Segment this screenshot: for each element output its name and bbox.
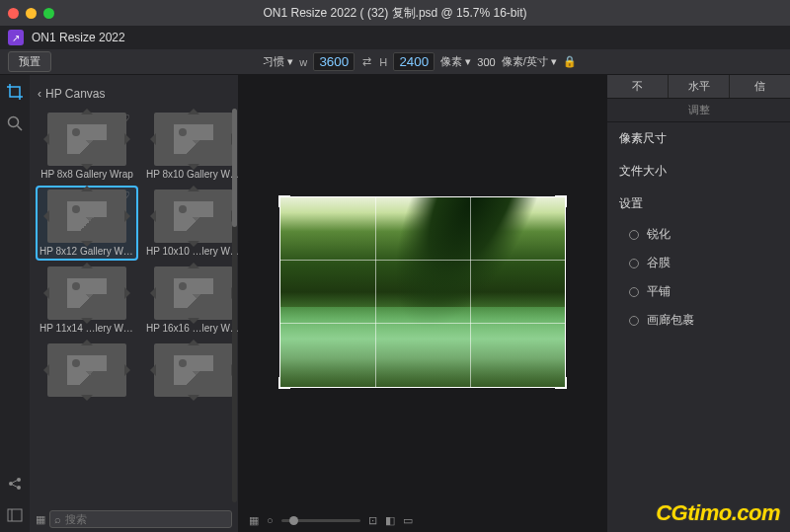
app-icon: ↗ xyxy=(8,30,24,45)
unit-dropdown[interactable]: 像素 ▾ xyxy=(440,54,471,69)
settings-section[interactable]: 设置 xyxy=(607,188,790,220)
svg-line-5 xyxy=(13,481,18,484)
preview-icon[interactable]: ▭ xyxy=(403,514,413,527)
toolbar: 预置 习惯 ▾ w ⇄ H 像素 ▾ 300 像素/英寸 ▾ 🔒 xyxy=(0,49,790,75)
canvas-footer: ▦ ○ ⊡ ◧ ▭ xyxy=(239,508,606,532)
presets-button[interactable]: 预置 xyxy=(8,51,51,72)
preset-item[interactable]: ♡ HP 8x8 Gallery Wrap xyxy=(36,109,138,184)
breadcrumb-label: HP Canvas xyxy=(45,87,105,101)
grid-icon[interactable]: ▦ xyxy=(36,513,45,526)
zoom-tool-icon[interactable] xyxy=(6,114,24,132)
preset-breadcrumb[interactable]: ‹ HP Canvas xyxy=(30,83,238,105)
fit-icon[interactable]: ⊡ xyxy=(368,514,377,527)
canvas-viewport[interactable] xyxy=(239,75,606,508)
lock-icon[interactable]: 🔒 xyxy=(563,55,577,68)
traffic-lights xyxy=(8,8,54,19)
preset-item[interactable]: HP 11x14 …lery Wrap xyxy=(36,263,138,338)
flip-vertical-tab[interactable]: 信 xyxy=(730,75,790,98)
height-label: H xyxy=(379,56,387,68)
preset-item[interactable]: HP 8x10 Gallery Wrap xyxy=(142,109,238,184)
compare-icon[interactable]: ◧ xyxy=(385,514,395,527)
width-label: w xyxy=(299,56,307,68)
app-name: ON1 Resize 2022 xyxy=(32,31,125,44)
svg-line-1 xyxy=(18,126,23,131)
preset-item[interactable]: HP 10x10 …lery Wrap xyxy=(142,186,238,261)
preview-image xyxy=(280,197,565,387)
zoom-slider[interactable] xyxy=(281,519,360,522)
panel-icon[interactable] xyxy=(6,506,24,524)
close-window-button[interactable] xyxy=(8,8,19,19)
flip-tabs: 不 水平 信 xyxy=(607,75,790,99)
back-icon[interactable]: ‹ xyxy=(38,87,41,101)
tile-option[interactable]: 平铺 xyxy=(607,277,790,306)
swap-dimensions-icon[interactable]: ⇄ xyxy=(360,55,373,68)
svg-line-6 xyxy=(13,485,18,488)
search-input[interactable] xyxy=(65,513,227,525)
dpi-value: 300 xyxy=(477,56,495,68)
preset-item[interactable]: HP 16x16 …lery Wrap xyxy=(142,263,238,338)
film-grain-option[interactable]: 谷膜 xyxy=(607,249,790,277)
window-title: ON1 Resize 2022 ( (32) 复制.psd @ 15.7% 16… xyxy=(0,5,790,22)
image-crop-frame[interactable] xyxy=(280,197,565,387)
preset-scrollbar[interactable] xyxy=(232,109,237,502)
minimize-window-button[interactable] xyxy=(26,8,37,19)
adjust-header[interactable]: 调整 xyxy=(607,99,790,122)
search-box[interactable]: ⌕ xyxy=(49,510,232,528)
maximize-window-button[interactable] xyxy=(43,8,54,19)
width-input[interactable] xyxy=(313,52,355,71)
ppi-dropdown[interactable]: 像素/英寸 ▾ xyxy=(502,54,557,69)
canvas-area: ▦ ○ ⊡ ◧ ▭ xyxy=(239,75,606,532)
gallery-wrap-option[interactable]: 画廊包裹 xyxy=(607,306,790,335)
flip-horizontal-tab[interactable]: 水平 xyxy=(669,75,730,98)
window-titlebar: ON1 Resize 2022 ( (32) 复制.psd @ 15.7% 16… xyxy=(0,0,790,26)
preset-item-selected[interactable]: ♡ HP 8x12 Gallery Wrap xyxy=(36,186,138,261)
watermark: CGtimo.com xyxy=(656,500,780,526)
preset-grid: ♡ HP 8x8 Gallery Wrap HP 8x10 Gallery Wr… xyxy=(30,105,238,405)
svg-rect-7 xyxy=(8,509,22,521)
share-icon[interactable] xyxy=(6,475,24,493)
zoom-out-icon[interactable]: ○ xyxy=(267,514,274,526)
app-header: ↗ ON1 Resize 2022 xyxy=(0,26,790,49)
preset-item[interactable] xyxy=(36,340,138,401)
presets-panel: ‹ HP Canvas ♡ HP 8x8 Gallery Wrap HP 8x1… xyxy=(30,75,239,532)
left-tool-rail xyxy=(0,75,30,532)
svg-point-4 xyxy=(17,486,21,490)
svg-point-3 xyxy=(17,478,21,482)
svg-point-0 xyxy=(9,117,19,127)
height-input[interactable] xyxy=(393,52,434,71)
search-icon: ⌕ xyxy=(54,513,61,525)
grid-toggle-icon[interactable]: ▦ xyxy=(249,514,259,527)
pixel-size-section[interactable]: 像素尺寸 xyxy=(607,122,790,155)
crop-tool-icon[interactable] xyxy=(6,83,24,101)
flip-none-tab[interactable]: 不 xyxy=(607,75,669,98)
preset-item[interactable] xyxy=(142,340,238,401)
right-panel: 不 水平 信 调整 像素尺寸 文件大小 设置 锐化 谷膜 平铺 画廊包裹 xyxy=(606,75,790,532)
sharpen-option[interactable]: 锐化 xyxy=(607,220,790,249)
habit-dropdown[interactable]: 习惯 ▾ xyxy=(263,54,293,69)
file-size-section[interactable]: 文件大小 xyxy=(607,155,790,188)
